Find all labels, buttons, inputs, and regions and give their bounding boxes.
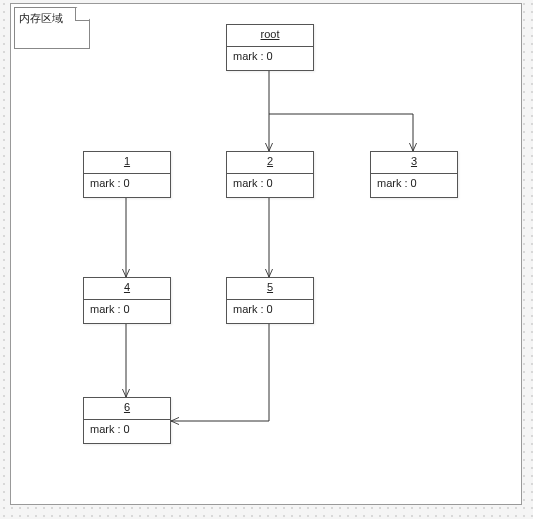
diagram-canvas: 内存区域 root mark : 0 1 mark : 0 2 mark : 0	[10, 3, 522, 505]
node-mark: mark : 0	[84, 420, 170, 443]
node-title: 2	[227, 152, 313, 174]
node-4: 4 mark : 0	[83, 277, 171, 324]
node-mark: mark : 0	[371, 174, 457, 197]
node-3: 3 mark : 0	[370, 151, 458, 198]
node-mark: mark : 0	[227, 174, 313, 197]
node-title: 6	[84, 398, 170, 420]
node-5: 5 mark : 0	[226, 277, 314, 324]
node-mark: mark : 0	[227, 47, 313, 70]
edge-5-6	[171, 323, 269, 421]
node-mark: mark : 0	[84, 174, 170, 197]
region-note: 内存区域	[14, 7, 90, 49]
node-mark: mark : 0	[227, 300, 313, 323]
node-title: 3	[371, 152, 457, 174]
node-1: 1 mark : 0	[83, 151, 171, 198]
node-title: 4	[84, 278, 170, 300]
edge-root-3	[269, 114, 413, 151]
node-root: root mark : 0	[226, 24, 314, 71]
region-note-label: 内存区域	[19, 11, 63, 26]
node-title: root	[227, 25, 313, 47]
node-mark: mark : 0	[84, 300, 170, 323]
node-2: 2 mark : 0	[226, 151, 314, 198]
node-title: 5	[227, 278, 313, 300]
node-title: 1	[84, 152, 170, 174]
node-6: 6 mark : 0	[83, 397, 171, 444]
